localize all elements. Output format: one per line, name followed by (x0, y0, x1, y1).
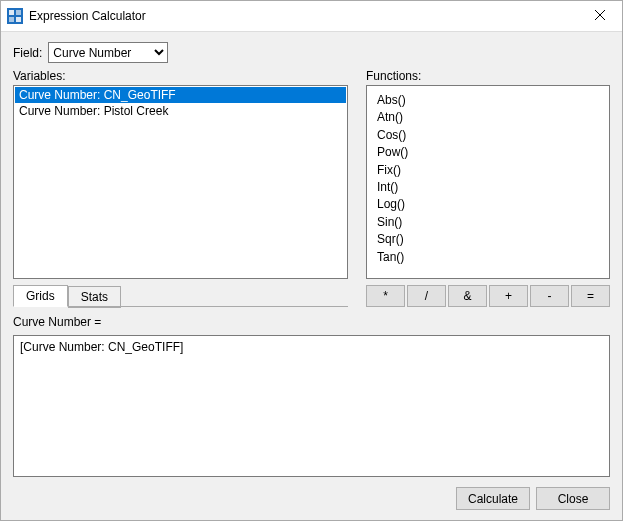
operator-button[interactable]: = (571, 285, 610, 307)
functions-item[interactable]: Tan() (377, 249, 599, 266)
field-row: Field: Curve Number (13, 42, 610, 63)
functions-label: Functions: (366, 69, 610, 83)
field-select[interactable]: Curve Number (48, 42, 168, 63)
functions-item[interactable]: Atn() (377, 109, 599, 126)
tab-stats[interactable]: Stats (68, 286, 121, 308)
functions-panel: Functions: Abs()Atn()Cos()Pow()Fix()Int(… (366, 69, 610, 279)
variables-item[interactable]: Curve Number: Pistol Creek (15, 103, 346, 119)
client-area: Field: Curve Number Variables: Curve Num… (1, 32, 622, 520)
svg-rect-3 (9, 17, 14, 22)
functions-item[interactable]: Fix() (377, 162, 599, 179)
expression-label: Curve Number = (13, 315, 610, 329)
functions-item[interactable]: Sin() (377, 214, 599, 231)
operator-button[interactable]: & (448, 285, 487, 307)
svg-rect-4 (16, 17, 21, 22)
close-button[interactable]: Close (536, 487, 610, 510)
tab-grids[interactable]: Grids (13, 285, 68, 307)
footer-buttons: Calculate Close (13, 487, 610, 510)
expression-calculator-window: Expression Calculator Field: Curve Numbe… (0, 0, 623, 521)
functions-listbox[interactable]: Abs()Atn()Cos()Pow()Fix()Int()Log()Sin()… (366, 85, 610, 279)
expression-textarea[interactable] (13, 335, 610, 477)
operator-button[interactable]: - (530, 285, 569, 307)
close-window-button[interactable] (577, 1, 622, 31)
operator-row: */&+-= (366, 285, 610, 307)
variables-label: Variables: (13, 69, 348, 83)
variables-listbox[interactable]: Curve Number: CN_GeoTIFFCurve Number: Pi… (13, 85, 348, 279)
window-title: Expression Calculator (29, 9, 577, 23)
functions-item[interactable]: Log() (377, 196, 599, 213)
variables-item[interactable]: Curve Number: CN_GeoTIFF (15, 87, 346, 103)
mid-panels: Variables: Curve Number: CN_GeoTIFFCurve… (13, 69, 610, 279)
functions-item[interactable]: Abs() (377, 92, 599, 109)
app-icon (7, 8, 23, 24)
titlebar: Expression Calculator (1, 1, 622, 32)
functions-item[interactable]: Pow() (377, 144, 599, 161)
operator-button[interactable]: + (489, 285, 528, 307)
svg-rect-1 (9, 10, 14, 15)
functions-item[interactable]: Sqr() (377, 231, 599, 248)
below-mid-row: GridsStats */&+-= (13, 285, 610, 307)
close-icon (595, 9, 605, 23)
operator-button[interactable]: * (366, 285, 405, 307)
variables-panel: Variables: Curve Number: CN_GeoTIFFCurve… (13, 69, 348, 279)
field-label: Field: (13, 46, 42, 60)
svg-rect-2 (16, 10, 21, 15)
tabstrip: GridsStats (13, 285, 348, 307)
functions-item[interactable]: Cos() (377, 127, 599, 144)
operator-button[interactable]: / (407, 285, 446, 307)
calculate-button[interactable]: Calculate (456, 487, 530, 510)
functions-item[interactable]: Int() (377, 179, 599, 196)
